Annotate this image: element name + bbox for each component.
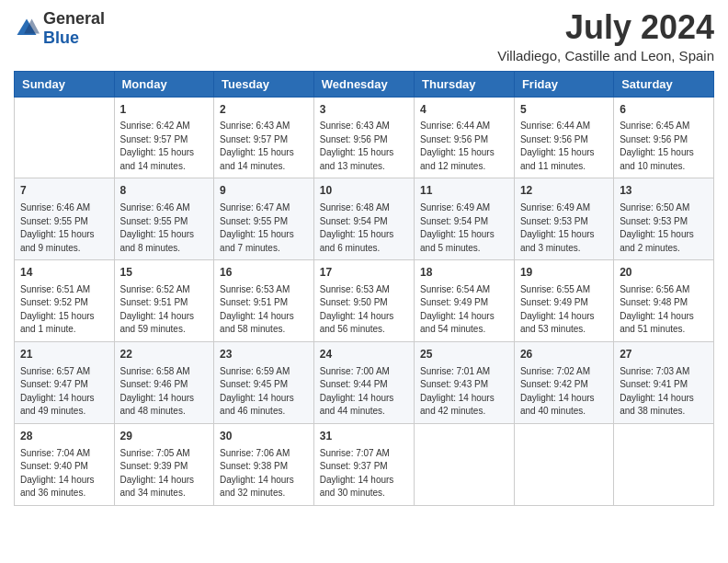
weekday-header-saturday: Saturday [614,71,714,97]
day-info: Sunrise: 6:49 AMSunset: 9:53 PMDaylight:… [520,201,608,255]
day-number: 20 [620,265,708,281]
day-number: 28 [20,429,108,444]
location-title: Villadiego, Castille and Leon, Spain [497,48,714,63]
day-number: 30 [220,429,308,444]
day-info: Sunrise: 6:51 AMSunset: 9:52 PMDaylight:… [20,283,108,337]
day-number: 24 [320,347,408,362]
day-info: Sunrise: 6:56 AMSunset: 9:48 PMDaylight:… [620,283,708,337]
calendar-cell: 8Sunrise: 6:46 AMSunset: 9:55 PMDaylight… [114,178,214,260]
page-header: General Blue July 2024 Villadiego, Casti… [14,9,714,63]
day-info: Sunrise: 6:50 AMSunset: 9:53 PMDaylight:… [620,201,708,255]
day-info: Sunrise: 6:43 AMSunset: 9:57 PMDaylight:… [220,120,308,173]
title-block: July 2024 Villadiego, Castille and Leon,… [497,9,714,63]
day-number: 22 [120,347,209,362]
calendar-cell: 19Sunrise: 6:55 AMSunset: 9:49 PMDayligh… [514,260,613,342]
day-info: Sunrise: 6:47 AMSunset: 9:55 PMDaylight:… [220,201,308,255]
day-info: Sunrise: 6:46 AMSunset: 9:55 PMDaylight:… [20,201,108,255]
day-info: Sunrise: 7:00 AMSunset: 9:44 PMDaylight:… [320,365,408,419]
day-number: 25 [420,347,508,362]
weekday-header-row: SundayMondayTuesdayWednesdayThursdayFrid… [15,71,714,97]
day-info: Sunrise: 6:43 AMSunset: 9:56 PMDaylight:… [320,120,408,173]
day-number: 2 [220,102,308,118]
day-number: 26 [520,347,608,362]
logo: General Blue [14,9,105,48]
calendar-cell: 11Sunrise: 6:49 AMSunset: 9:54 PMDayligh… [415,178,515,260]
day-number: 17 [320,265,408,281]
logo-general: General [43,9,105,28]
day-info: Sunrise: 7:03 AMSunset: 9:41 PMDaylight:… [620,365,708,419]
weekday-header-monday: Monday [114,71,214,97]
calendar-cell: 30Sunrise: 7:06 AMSunset: 9:38 PMDayligh… [214,423,314,505]
calendar-week-row: 14Sunrise: 6:51 AMSunset: 9:52 PMDayligh… [15,260,714,342]
day-number: 27 [620,347,708,362]
day-number: 1 [120,102,209,118]
weekday-header-sunday: Sunday [15,71,115,97]
day-number: 4 [420,102,508,118]
calendar-cell [614,423,714,505]
day-info: Sunrise: 6:53 AMSunset: 9:51 PMDaylight:… [220,283,308,337]
calendar-cell: 2Sunrise: 6:43 AMSunset: 9:57 PMDaylight… [214,97,314,178]
day-number: 7 [20,183,108,199]
calendar-cell: 31Sunrise: 7:07 AMSunset: 9:37 PMDayligh… [313,423,414,505]
day-info: Sunrise: 6:55 AMSunset: 9:49 PMDaylight:… [520,283,608,337]
calendar-cell: 15Sunrise: 6:52 AMSunset: 9:51 PMDayligh… [114,260,214,342]
calendar-cell: 23Sunrise: 6:59 AMSunset: 9:45 PMDayligh… [214,341,314,423]
day-info: Sunrise: 6:46 AMSunset: 9:55 PMDaylight:… [120,201,209,255]
weekday-header-friday: Friday [514,71,613,97]
calendar-cell: 16Sunrise: 6:53 AMSunset: 9:51 PMDayligh… [214,260,314,342]
month-title: July 2024 [497,9,714,46]
day-info: Sunrise: 6:48 AMSunset: 9:54 PMDaylight:… [320,201,408,255]
day-info: Sunrise: 6:57 AMSunset: 9:47 PMDaylight:… [20,365,108,419]
day-info: Sunrise: 6:58 AMSunset: 9:46 PMDaylight:… [120,365,209,419]
day-info: Sunrise: 6:54 AMSunset: 9:49 PMDaylight:… [420,283,508,337]
calendar-cell [15,97,115,178]
calendar-cell: 17Sunrise: 6:53 AMSunset: 9:50 PMDayligh… [313,260,414,342]
day-info: Sunrise: 7:05 AMSunset: 9:39 PMDaylight:… [120,447,209,500]
day-number: 11 [420,183,508,199]
day-number: 18 [420,265,508,281]
day-number: 14 [20,265,108,281]
calendar-cell: 7Sunrise: 6:46 AMSunset: 9:55 PMDaylight… [15,178,115,260]
day-info: Sunrise: 6:44 AMSunset: 9:56 PMDaylight:… [520,120,608,173]
calendar-cell: 28Sunrise: 7:04 AMSunset: 9:40 PMDayligh… [15,423,115,505]
day-number: 29 [120,429,209,444]
day-number: 3 [320,102,408,118]
day-number: 8 [120,183,209,199]
day-info: Sunrise: 7:02 AMSunset: 9:42 PMDaylight:… [520,365,608,419]
calendar-cell: 5Sunrise: 6:44 AMSunset: 9:56 PMDaylight… [514,97,613,178]
day-info: Sunrise: 6:42 AMSunset: 9:57 PMDaylight:… [120,120,209,173]
calendar-week-row: 7Sunrise: 6:46 AMSunset: 9:55 PMDaylight… [15,178,714,260]
calendar-cell: 27Sunrise: 7:03 AMSunset: 9:41 PMDayligh… [614,341,714,423]
day-number: 16 [220,265,308,281]
day-info: Sunrise: 7:01 AMSunset: 9:43 PMDaylight:… [420,365,508,419]
weekday-header-tuesday: Tuesday [214,71,314,97]
day-number: 10 [320,183,408,199]
calendar-cell: 4Sunrise: 6:44 AMSunset: 9:56 PMDaylight… [415,97,515,178]
calendar-cell: 22Sunrise: 6:58 AMSunset: 9:46 PMDayligh… [114,341,214,423]
day-info: Sunrise: 6:52 AMSunset: 9:51 PMDaylight:… [120,283,209,337]
day-info: Sunrise: 7:07 AMSunset: 9:37 PMDaylight:… [320,447,408,500]
calendar-cell: 14Sunrise: 6:51 AMSunset: 9:52 PMDayligh… [15,260,115,342]
calendar-cell: 3Sunrise: 6:43 AMSunset: 9:56 PMDaylight… [313,97,414,178]
calendar-cell: 10Sunrise: 6:48 AMSunset: 9:54 PMDayligh… [313,178,414,260]
day-number: 15 [120,265,209,281]
calendar-cell: 25Sunrise: 7:01 AMSunset: 9:43 PMDayligh… [415,341,515,423]
calendar-cell [514,423,613,505]
calendar-cell: 6Sunrise: 6:45 AMSunset: 9:56 PMDaylight… [614,97,714,178]
day-number: 19 [520,265,608,281]
day-info: Sunrise: 7:04 AMSunset: 9:40 PMDaylight:… [20,447,108,500]
calendar-week-row: 28Sunrise: 7:04 AMSunset: 9:40 PMDayligh… [15,423,714,505]
calendar-cell: 12Sunrise: 6:49 AMSunset: 9:53 PMDayligh… [514,178,613,260]
day-number: 13 [620,183,708,199]
calendar-cell: 18Sunrise: 6:54 AMSunset: 9:49 PMDayligh… [415,260,515,342]
day-number: 9 [220,183,308,199]
calendar-cell: 21Sunrise: 6:57 AMSunset: 9:47 PMDayligh… [15,341,115,423]
calendar-cell: 26Sunrise: 7:02 AMSunset: 9:42 PMDayligh… [514,341,613,423]
weekday-header-wednesday: Wednesday [313,71,414,97]
weekday-header-thursday: Thursday [415,71,515,97]
calendar-cell: 1Sunrise: 6:42 AMSunset: 9:57 PMDaylight… [114,97,214,178]
calendar-cell: 13Sunrise: 6:50 AMSunset: 9:53 PMDayligh… [614,178,714,260]
calendar-cell: 20Sunrise: 6:56 AMSunset: 9:48 PMDayligh… [614,260,714,342]
day-number: 5 [520,102,608,118]
day-info: Sunrise: 6:49 AMSunset: 9:54 PMDaylight:… [420,201,508,255]
